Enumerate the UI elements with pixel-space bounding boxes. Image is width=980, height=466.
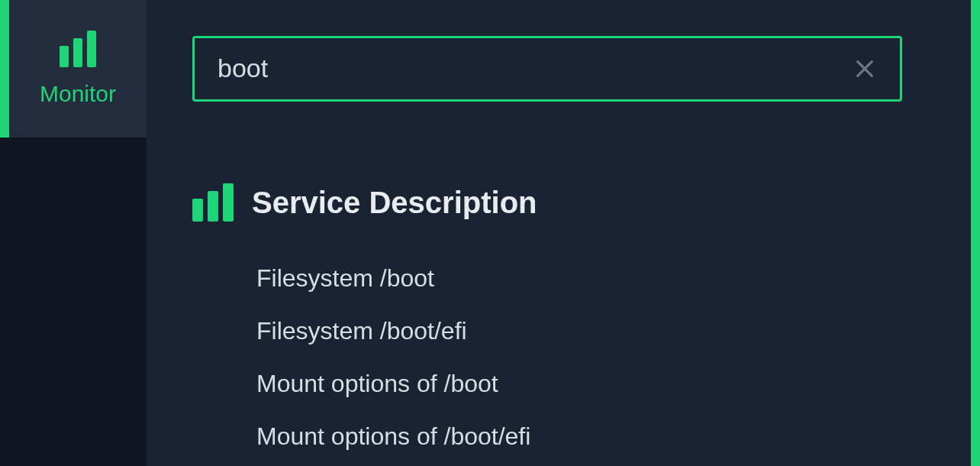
bars-icon — [192, 183, 234, 222]
sidebar — [0, 138, 147, 466]
search-input[interactable] — [218, 53, 853, 83]
accent-bar-right — [971, 0, 980, 466]
result-item[interactable]: Mount options of /boot — [256, 358, 925, 410]
search-area — [147, 0, 980, 138]
accent-bar-left — [0, 0, 9, 138]
monitor-label: Monitor — [40, 81, 116, 107]
results-list: Filesystem /boot Filesystem /boot/efi Mo… — [192, 252, 925, 463]
result-item[interactable]: Filesystem /boot — [256, 252, 925, 305]
result-item[interactable]: Filesystem /boot/efi — [256, 305, 925, 358]
section-header: Service Description — [192, 183, 925, 222]
close-icon[interactable] — [853, 57, 877, 81]
header: Monitor — [0, 0, 980, 138]
result-item[interactable]: Mount options of /boot/efi — [256, 410, 925, 463]
section-title: Service Description — [252, 186, 537, 220]
content-panel: Service Description Filesystem /boot Fil… — [147, 138, 971, 466]
search-input-wrapper — [192, 36, 902, 102]
monitor-tab[interactable]: Monitor — [9, 0, 147, 138]
bars-icon — [60, 31, 96, 67]
